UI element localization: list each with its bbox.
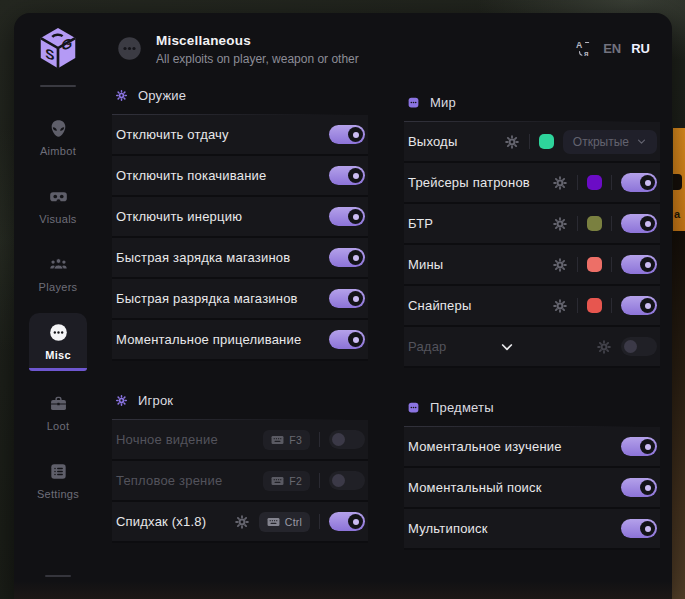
row-controls — [329, 125, 365, 144]
sidebar-item-misc[interactable]: Misc — [29, 313, 87, 371]
gear-icon[interactable] — [596, 339, 612, 355]
keyboard-icon — [271, 476, 284, 486]
color-swatch[interactable] — [587, 175, 602, 190]
game-edge-sign-mark — [673, 174, 682, 190]
chevron-down-icon — [636, 136, 647, 147]
row-label: Отключить отдачу — [116, 127, 229, 142]
sidebar-item-loot[interactable]: Loot — [29, 384, 87, 439]
toggle-switch[interactable] — [329, 471, 365, 490]
row-controls: F3 — [263, 430, 365, 450]
page-titles: Miscellaneous All exploits on player, we… — [156, 33, 359, 66]
toggle-switch[interactable] — [329, 512, 365, 531]
feature-row: Спидхак (x1.8)Ctrl — [112, 502, 368, 543]
section-header: Предметы — [404, 394, 660, 420]
control-separator — [611, 298, 612, 313]
row-label: Мины — [408, 257, 443, 272]
toggle-switch[interactable] — [329, 289, 365, 308]
row-controls — [329, 330, 365, 349]
section-title: Игрок — [138, 393, 173, 408]
color-swatch[interactable] — [587, 257, 602, 272]
dropdown-select[interactable]: Открытые — [563, 130, 657, 154]
gear-icon[interactable] — [552, 298, 568, 314]
hotkey-label: F2 — [289, 475, 302, 487]
game-edge-sign-glyph: а — [674, 208, 680, 220]
gear-icon[interactable] — [552, 175, 568, 191]
toggle-switch[interactable] — [329, 330, 365, 349]
row-controls — [552, 173, 657, 192]
toggle-switch[interactable] — [329, 166, 365, 185]
section-header: Мир — [404, 89, 660, 115]
game-edge-terrain — [672, 231, 685, 599]
toggle-knob — [640, 257, 655, 272]
gear-icon[interactable] — [504, 134, 520, 150]
toggle-switch[interactable] — [621, 478, 657, 497]
gear-icon[interactable] — [552, 216, 568, 232]
control-separator — [611, 216, 612, 231]
keyboard-icon — [271, 435, 284, 445]
row-label: Ночное видение — [116, 432, 218, 447]
chevron-down-icon[interactable] — [499, 339, 515, 355]
section-title: Мир — [430, 95, 456, 110]
ellipsis-icon — [48, 322, 69, 343]
feature-row: Трейсеры патронов — [404, 163, 660, 204]
toggle-knob — [348, 250, 363, 265]
dots-square-icon — [407, 96, 420, 109]
hotkey-label: F3 — [289, 434, 302, 446]
feature-row: ВыходыОткрытые — [404, 122, 660, 163]
toggle-switch[interactable] — [329, 207, 365, 226]
row-controls — [596, 337, 657, 356]
section-title: Предметы — [430, 400, 494, 415]
section: МирВыходыОткрытыеТрейсеры патроновБТРМин… — [404, 89, 660, 368]
translate-icon[interactable]: A я — [574, 39, 593, 58]
sidebar-item-players[interactable]: Players — [29, 245, 87, 300]
toggle-switch[interactable] — [621, 173, 657, 192]
row-controls: Ctrl — [234, 512, 365, 532]
row-label: БТР — [408, 216, 433, 231]
row-controls — [552, 214, 657, 233]
toggle-switch[interactable] — [621, 214, 657, 233]
gear-icon — [115, 89, 128, 102]
hotkey-badge[interactable]: F3 — [263, 430, 310, 450]
color-swatch[interactable] — [539, 134, 554, 149]
color-swatch[interactable] — [587, 298, 602, 313]
gear-icon — [115, 394, 128, 407]
toggle-switch[interactable] — [329, 430, 365, 449]
alien-icon — [48, 118, 69, 139]
toggle-switch[interactable] — [621, 437, 657, 456]
sidebar-item-aimbot[interactable]: Aimbot — [29, 109, 87, 164]
settings-list-icon — [48, 461, 69, 482]
control-separator — [611, 175, 612, 190]
toggle-switch[interactable] — [621, 296, 657, 315]
feature-row: Радар — [404, 327, 660, 368]
main-panel: Miscellaneous All exploits on player, we… — [102, 13, 672, 599]
toggle-switch[interactable] — [329, 125, 365, 144]
toggle-switch[interactable] — [621, 255, 657, 274]
content-columns: ОружиеОтключить отдачуОтключить покачива… — [102, 66, 672, 599]
feature-row: Мультипоиск — [404, 509, 660, 550]
sidebar-item-visuals[interactable]: Visuals — [29, 177, 87, 232]
toggle-knob — [640, 175, 655, 190]
control-separator — [319, 432, 320, 447]
toggle-switch[interactable] — [621, 519, 657, 538]
toggle-switch[interactable] — [329, 248, 365, 267]
feature-row: Быстрая зарядка магазинов — [112, 238, 368, 279]
gear-icon[interactable] — [234, 514, 250, 530]
svg-text:A: A — [576, 40, 583, 50]
color-swatch[interactable] — [587, 216, 602, 231]
lang-en[interactable]: EN — [603, 41, 621, 56]
lang-ru[interactable]: RU — [631, 41, 650, 56]
row-label: Радар — [408, 339, 447, 354]
toggle-knob — [348, 168, 363, 183]
sidebar-item-settings[interactable]: Settings — [29, 452, 87, 507]
toggle-knob — [348, 514, 363, 529]
sidebar-item-label: Aimbot — [40, 145, 76, 157]
gear-icon[interactable] — [552, 257, 568, 273]
toggle-switch[interactable] — [621, 337, 657, 356]
hotkey-badge[interactable]: Ctrl — [259, 512, 310, 532]
section-header: Оружие — [112, 82, 368, 108]
sidebar-item-label: Settings — [37, 488, 79, 500]
keyboard-icon — [267, 517, 280, 527]
hotkey-badge[interactable]: F2 — [263, 471, 310, 491]
control-separator — [319, 514, 320, 529]
toggle-knob — [348, 209, 363, 224]
